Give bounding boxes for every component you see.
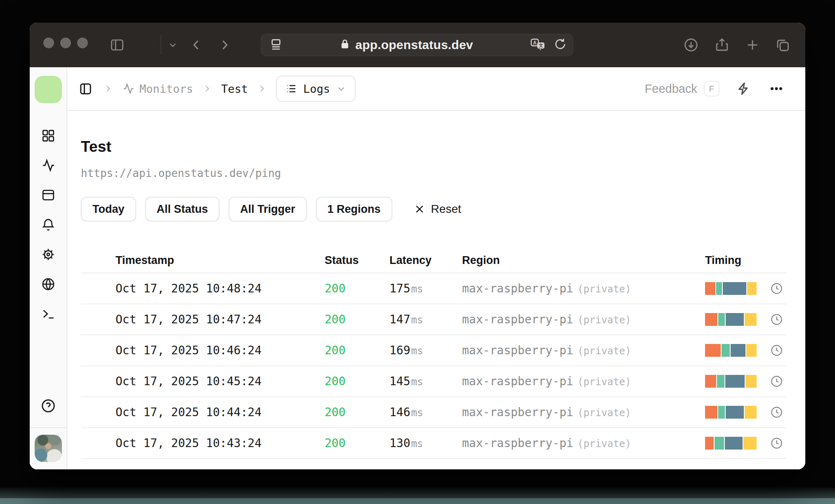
cell-timing: [705, 313, 786, 326]
timing-segment: [705, 344, 721, 357]
log-table-row[interactable]: Oct 17, 2025 10:44:24 200 146ms max-rasp…: [81, 397, 786, 428]
help-icon[interactable]: [41, 398, 56, 415]
filter-bar: TodayAll StatusAll Trigger1 Regions Rese…: [81, 197, 786, 221]
cell-latency: 145ms: [389, 374, 462, 388]
column-header-region[interactable]: Region: [462, 254, 705, 267]
tab-overview-icon[interactable]: [774, 23, 791, 67]
cell-timestamp: Oct 17, 2025 10:44:24: [116, 405, 325, 419]
clock-icon[interactable]: [770, 313, 783, 326]
share-icon[interactable]: [714, 23, 730, 67]
log-table-row[interactable]: Oct 17, 2025 10:47:24 200 147ms max-rasp…: [81, 304, 786, 335]
sidebar-icon-app-window[interactable]: [41, 188, 55, 202]
column-header-timing[interactable]: Timing: [705, 254, 786, 267]
cell-status: 200: [325, 282, 389, 295]
sidebar-icon-bell[interactable]: [41, 218, 55, 232]
cell-timestamp: Oct 17, 2025 10:43:24: [116, 436, 325, 450]
log-table-row[interactable]: Oct 17, 2025 10:45:24 200 145ms max-rasp…: [81, 366, 786, 397]
cell-region: max-raspberry-pi(private): [462, 405, 705, 419]
user-menu[interactable]: [30, 427, 66, 469]
clock-icon[interactable]: [770, 437, 783, 450]
sidebar-icon-terminal[interactable]: [41, 307, 55, 321]
cell-status: 200: [325, 313, 389, 326]
filter-button-all-trigger[interactable]: All Trigger: [229, 197, 307, 221]
timing-segment: [726, 406, 744, 419]
workspace-logo[interactable]: [35, 76, 62, 103]
log-table-row[interactable]: Oct 17, 2025 10:43:24 200 130ms max-rasp…: [81, 428, 786, 459]
timing-bar[interactable]: [705, 313, 757, 326]
page-format-icon[interactable]: [269, 38, 283, 52]
app-content: Monitors Test Logs: [67, 67, 805, 469]
clock-icon[interactable]: [770, 375, 783, 388]
view-switcher-logs-button[interactable]: Logs: [276, 75, 356, 102]
filter-button-today[interactable]: Today: [81, 197, 136, 221]
chevron-right-icon: [103, 84, 113, 94]
panel-toggle-icon[interactable]: [79, 82, 92, 96]
downloads-icon[interactable]: [683, 23, 699, 67]
log-table: Timestamp Status Latency Region Timing O…: [81, 248, 786, 459]
desktop-wallpaper-strip: [0, 498, 835, 504]
timing-segment: [745, 375, 757, 388]
cell-timing: [705, 375, 786, 388]
log-table-row[interactable]: Oct 17, 2025 10:46:24 200 169ms max-rasp…: [81, 335, 786, 366]
lock-icon: [340, 39, 350, 51]
chevron-right-icon: [202, 84, 212, 94]
filter-button-all-status[interactable]: All Status: [145, 197, 220, 221]
timing-segment: [743, 437, 757, 450]
cell-region: max-raspberry-pi(private): [462, 313, 705, 326]
timing-segment: [747, 282, 757, 295]
timing-bar[interactable]: [705, 344, 757, 357]
sidebar-toggle-icon[interactable]: [109, 23, 125, 67]
clock-icon[interactable]: [770, 406, 783, 419]
timing-bar[interactable]: [705, 406, 757, 419]
chevron-right-icon: [257, 84, 267, 94]
timing-bar[interactable]: [705, 437, 757, 450]
minimize-window-button[interactable]: [60, 38, 71, 48]
timing-segment: [717, 375, 724, 388]
user-avatar[interactable]: [35, 435, 62, 462]
sidebar-icon-globe[interactable]: [41, 277, 55, 291]
log-table-row[interactable]: Oct 17, 2025 10:48:24 200 175ms max-rasp…: [81, 273, 786, 304]
sidebar-icon-cog[interactable]: [41, 247, 55, 261]
cell-timing: [705, 437, 786, 450]
filter-button-1-regions[interactable]: 1 Regions: [316, 197, 392, 221]
back-button-icon[interactable]: [188, 23, 205, 67]
sidebar-icon-activity[interactable]: [41, 158, 55, 172]
cell-region: max-raspberry-pi(private): [462, 374, 705, 388]
timing-segment: [725, 437, 743, 450]
cell-latency: 147ms: [389, 313, 462, 326]
feedback-button[interactable]: Feedback F: [645, 81, 719, 97]
cell-latency: 175ms: [389, 282, 462, 295]
more-options-icon[interactable]: [767, 81, 785, 96]
zoom-window-button[interactable]: [77, 38, 88, 48]
cell-latency: 169ms: [389, 344, 462, 357]
command-bolt-icon[interactable]: [734, 81, 753, 96]
reload-icon[interactable]: [554, 38, 566, 52]
column-header-latency[interactable]: Latency: [389, 254, 462, 267]
toolbar-divider: [160, 35, 161, 55]
breadcrumb-item-monitors[interactable]: Monitors: [122, 82, 193, 95]
translate-icon[interactable]: A文: [530, 37, 547, 53]
address-bar[interactable]: app.openstatus.dev A文: [261, 34, 573, 56]
timing-segment: [723, 282, 746, 295]
cell-status: 200: [325, 405, 389, 419]
close-window-button[interactable]: [43, 38, 54, 48]
reset-filters-button[interactable]: Reset: [414, 203, 461, 216]
clock-icon[interactable]: [770, 344, 783, 357]
column-header-status[interactable]: Status: [325, 254, 389, 267]
clock-icon[interactable]: [770, 282, 783, 295]
cell-latency: 146ms: [389, 405, 462, 419]
sidebar-menu-chevron-icon[interactable]: [166, 23, 180, 67]
browser-window: app.openstatus.dev A文: [30, 23, 805, 469]
sidebar-icon-dashboard-grid[interactable]: [41, 129, 55, 143]
timing-bar[interactable]: [705, 282, 757, 295]
new-tab-icon[interactable]: [744, 23, 761, 67]
svg-text:文: 文: [539, 43, 543, 48]
url-text[interactable]: app.openstatus.dev: [355, 38, 473, 52]
forward-button-icon[interactable]: [216, 23, 233, 67]
timing-bar[interactable]: [705, 375, 757, 388]
column-header-timestamp[interactable]: Timestamp: [116, 254, 325, 267]
timing-segment: [715, 437, 724, 450]
cell-status: 200: [325, 344, 389, 357]
breadcrumb-item-test[interactable]: Test: [221, 82, 248, 95]
timing-segment: [745, 406, 757, 419]
